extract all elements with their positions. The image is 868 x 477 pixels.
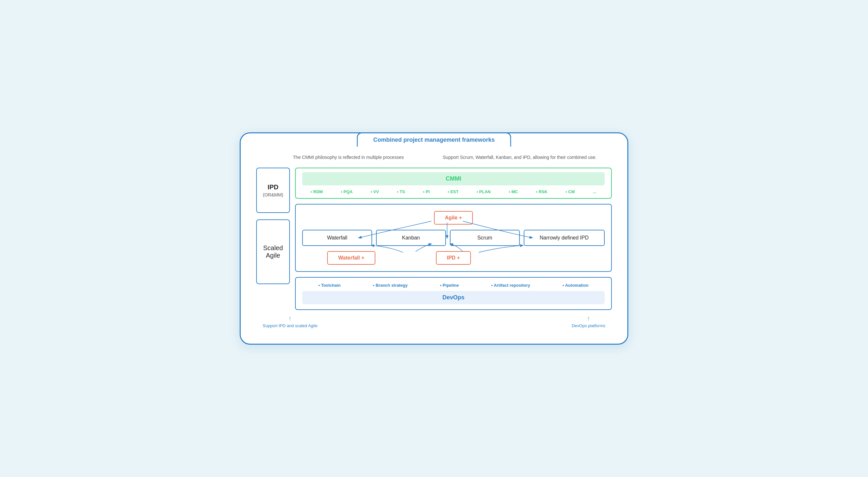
waterfall-box: Waterfall [302, 230, 372, 246]
bottom-plus-row: Waterfall + IPD + [302, 251, 605, 265]
cmmi-item-mc: • MC [509, 189, 518, 194]
annotation-left: The CMMI philosophy is reflected in mult… [269, 155, 434, 160]
waterfall-label: Waterfall [327, 235, 347, 240]
left-labels: IPD (OR&MM) Scaled Agile [256, 168, 295, 310]
bottom-annotations: ↑ Support IPD and scaled Agile ↑ DevOps … [256, 315, 612, 328]
bottom-annotation-right: ↑ DevOps platforms [572, 315, 605, 328]
cmmi-item-plan: • PLAN [476, 189, 491, 194]
scaled-agile-label: Scaled Agile [263, 244, 283, 259]
devops-items-row: • Toolchain • Branch strategy • Pipeline… [302, 283, 605, 288]
annotation-right: Support Scrum, Waterfall, Kanban, and IP… [434, 155, 599, 160]
scrum-label: Scrum [477, 235, 492, 240]
narrow-ipd-box: Narrowly defined IPD [524, 230, 605, 246]
content-area: The CMMI philosophy is reflected in mult… [256, 155, 612, 328]
waterfall-plus-label: Waterfall + [338, 255, 364, 261]
agile-plus-box: Agile + [434, 211, 473, 225]
cmmi-block: CMMI • RDM • PQA • VV • TS • PI • EST • … [295, 168, 612, 199]
annotation-left-text: The CMMI philosophy is reflected in mult… [293, 155, 404, 160]
waterfall-plus-box: Waterfall + [327, 251, 375, 265]
ipd-label-main: IPD [263, 183, 283, 191]
diagram-area: CMMI • RDM • PQA • VV • TS • PI • EST • … [295, 168, 612, 310]
devops-automation: • Automation [563, 283, 588, 288]
scaled-agile-label-box: Scaled Agile [256, 219, 290, 284]
ipd-plus-label: IPD + [447, 255, 460, 261]
cmmi-item-vv: • VV [371, 189, 379, 194]
devops-block: • Toolchain • Branch strategy • Pipeline… [295, 277, 612, 310]
kanban-box: Kanban [376, 230, 446, 246]
spacer [506, 251, 605, 265]
frameworks-row: Waterfall Kanban Scrum Narrowly defined … [302, 230, 605, 246]
bottom-annotation-left-text: Support IPD and scaled Agile [263, 323, 317, 328]
cmmi-item-rsk: • RSK [536, 189, 548, 194]
ipd-label-sub: (OR&MM) [263, 192, 283, 197]
bottom-annotation-right-text: DevOps platforms [572, 323, 605, 328]
cmmi-item-pqa: • PQA [341, 189, 352, 194]
cmmi-title: CMMI [302, 172, 605, 185]
cmmi-item-more: ... [593, 189, 596, 194]
main-layout: IPD (OR&MM) Scaled Agile CMMI • RDM • PQ… [256, 168, 612, 310]
devops-pipeline: • Pipeline [440, 283, 459, 288]
middle-section: Agile + Waterfall Kanban Scrum [295, 204, 612, 272]
bottom-annotation-left: ↑ Support IPD and scaled Agile [263, 315, 317, 328]
waterfall-plus-container: Waterfall + [302, 251, 400, 265]
ipd-plus-box: IPD + [436, 251, 471, 265]
cmmi-items-row: • RDM • PQA • VV • TS • PI • EST • PLAN … [302, 189, 605, 194]
agile-plus-label: Agile + [445, 215, 462, 220]
narrow-ipd-label: Narrowly defined IPD [539, 235, 588, 240]
kanban-label: Kanban [402, 235, 420, 240]
annotations-row: The CMMI philosophy is reflected in mult… [256, 155, 612, 160]
agile-plus-row: Agile + [302, 211, 605, 225]
cmmi-item-cm: • CM [565, 189, 575, 194]
ipd-plus-container: IPD + [404, 251, 502, 265]
cmmi-item-pi: • PI [423, 189, 430, 194]
annotation-right-text: Support Scrum, Waterfall, Kanban, and IP… [443, 155, 597, 160]
devops-toolchain: • Toolchain [318, 283, 341, 288]
devops-branch: • Branch strategy [373, 283, 408, 288]
title-text: Combined project management frameworks [373, 137, 495, 143]
cmmi-item-rdm: • RDM [311, 189, 323, 194]
main-card: Combined project management frameworks T… [240, 132, 628, 345]
cmmi-item-est: • EST [447, 189, 458, 194]
devops-title: DevOps [302, 291, 605, 304]
devops-artifact: • Artifact repository [491, 283, 530, 288]
card-title: Combined project management frameworks [356, 132, 511, 146]
cmmi-item-ts: • TS [397, 189, 405, 194]
ipd-label-box: IPD (OR&MM) [256, 168, 290, 213]
scrum-box: Scrum [450, 230, 520, 246]
